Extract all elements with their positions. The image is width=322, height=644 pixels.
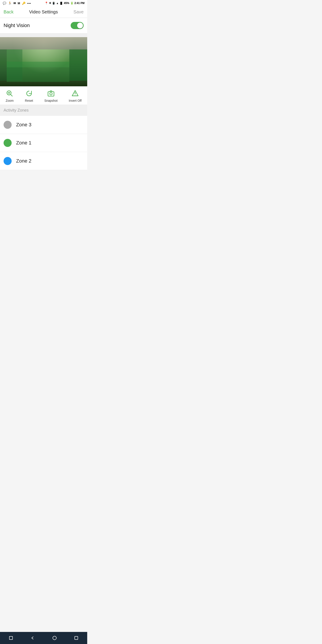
signal-icon: ▐▌	[60, 2, 63, 4]
time-display: 2:41 PM	[74, 2, 84, 5]
messenger-icon: 💬	[3, 2, 6, 5]
activity-zones-header: Activity Zones	[0, 105, 87, 116]
wifi-icon: ▲	[56, 2, 58, 4]
svg-line-1	[11, 94, 12, 96]
invert-label: Invert Off	[69, 99, 82, 102]
location-icon: 📍	[45, 2, 48, 5]
reset-button[interactable]: Reset	[25, 90, 33, 102]
activity-zones-title: Activity Zones	[4, 108, 28, 112]
status-bar-left: 💬 🏃 ✉ M 🔑 •••	[3, 2, 31, 5]
back-button[interactable]: Back	[4, 10, 14, 14]
status-bar: 💬 🏃 ✉ M 🔑 ••• 📍 ✳ 📳 ▲ ▐▌ 45% 🔋 2:41 PM	[0, 0, 87, 6]
reset-label: Reset	[25, 99, 33, 102]
camera-bg	[0, 37, 87, 86]
zoom-button[interactable]: Zoom	[6, 90, 14, 102]
page-title: Video Settings	[29, 10, 58, 14]
save-button[interactable]: Save	[73, 10, 84, 14]
camera-toolbar: Zoom Reset Snapshot	[0, 86, 87, 105]
activity-icon: 🏃	[8, 2, 12, 5]
status-bar-right: 📍 ✳ 📳 ▲ ▐▌ 45% 🔋 2:41 PM	[45, 2, 84, 5]
invert-icon	[71, 90, 79, 98]
key-icon: 🔑	[22, 2, 26, 5]
spacer-1	[0, 33, 87, 37]
snapshot-label: Snapshot	[44, 99, 58, 102]
zone-overlay-3	[7, 62, 69, 82]
zone-item-3[interactable]: Zone 3	[0, 116, 87, 134]
night-vision-toggle[interactable]	[71, 22, 84, 29]
zone-3-dot	[4, 121, 12, 129]
gmail-icon: M	[18, 2, 20, 5]
zone-item-2[interactable]: Zone 2	[0, 152, 87, 170]
svg-point-5	[50, 92, 52, 95]
zone-3-name: Zone 3	[16, 122, 32, 128]
zoom-icon	[6, 90, 14, 98]
bottom-spacer	[0, 170, 87, 182]
battery-text: 45%	[64, 2, 69, 5]
battery-icon: 🔋	[70, 2, 74, 5]
toggle-thumb	[77, 22, 83, 28]
sms-icon: ✉	[14, 2, 16, 5]
nav-bar: Back Video Settings Save	[0, 6, 87, 18]
camera-view	[0, 37, 87, 86]
zone-1-name: Zone 1	[16, 140, 32, 146]
more-icon: •••	[27, 2, 31, 5]
zone-item-1[interactable]: Zone 1	[0, 134, 87, 152]
camera-road	[0, 37, 87, 50]
invert-button[interactable]: Invert Off	[69, 90, 82, 102]
night-vision-row: Night Vision	[0, 18, 87, 33]
snapshot-button[interactable]: Snapshot	[44, 90, 58, 102]
zone-2-dot	[4, 157, 12, 165]
vibrate-icon: 📳	[52, 2, 55, 5]
zone-1-dot	[4, 139, 12, 147]
reset-icon	[25, 90, 33, 98]
zone-overlay-4	[69, 50, 87, 81]
bluetooth-icon: ✳	[49, 2, 51, 5]
zone-2-name: Zone 2	[16, 158, 32, 164]
zone-list: Zone 3 Zone 1 Zone 2	[0, 116, 87, 170]
snapshot-icon	[47, 90, 55, 98]
night-vision-label: Night Vision	[4, 22, 30, 28]
zoom-label: Zoom	[6, 99, 14, 102]
